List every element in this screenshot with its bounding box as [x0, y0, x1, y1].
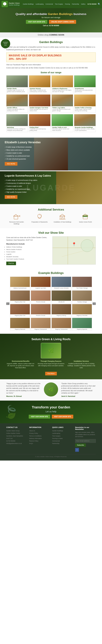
- nav-fencing[interactable]: Fencing: [65, 3, 70, 5]
- show-site-address: Come and visit our show site at the Onli…: [6, 236, 49, 242]
- example-card-14[interactable]: Regency Tortoiseshell: [51, 318, 71, 331]
- product-card-8[interactable]: Workshop Dedicated workshop buildings fo…: [6, 114, 28, 132]
- example-card-13[interactable]: Regency Tortoiseshell: [31, 318, 51, 331]
- product-card-0[interactable]: Garden Sheds A quality range of sheds fo…: [6, 75, 28, 94]
- footer-phone[interactable]: 01730 893090: [6, 440, 15, 442]
- footer-link-3[interactable]: Fencing & Gates: [52, 438, 63, 439]
- phone-number: 01730 893090: [87, 3, 96, 5]
- product-desc-5: Garden garages and car ports in various …: [30, 108, 50, 112]
- nav-commercial[interactable]: Commercial: [46, 3, 53, 5]
- example-card-1[interactable]: Lugarde Log Cabin: [31, 276, 51, 290]
- example-next-btn[interactable]: ›: [92, 302, 96, 305]
- example-card-3[interactable]: Tuin Timber Storage: [72, 276, 92, 290]
- testimonial-divider-img: 🌿: [44, 382, 58, 396]
- example-card-0[interactable]: Waltons Summerhouse: [10, 276, 30, 290]
- sedum-col-0: Environmental Benefits Supports wildlife…: [6, 360, 35, 369]
- footer: CONTACT US Garden Vision Group Online Ga…: [0, 423, 102, 460]
- search-icon[interactable]: 🔍: [98, 3, 100, 5]
- example-grid-wrapper: ‹ Waltons Summerhouse Lugarde Log Cabin …: [6, 276, 96, 330]
- nav-partnership[interactable]: Partnership: [72, 3, 79, 5]
- example-card-4[interactable]: Regency Barn Owl: [10, 290, 30, 303]
- footer-link-1[interactable]: Landscaping: [52, 432, 60, 434]
- product-desc-0: A quality range of sheds for all gardens…: [7, 90, 27, 93]
- manufacturers-list: Waltons Timber Buildings Mercia Garden P…: [6, 246, 49, 260]
- transform-visit-btn[interactable]: VISIT OUR SHOW SITE: [29, 415, 50, 418]
- site-logo[interactable]: Garden Vision Garden Buildings: [2, 1, 20, 7]
- promo-discount: 20% - 50% OFF: [9, 58, 93, 60]
- hero-visit-btn[interactable]: VISIT OUR SHOW SITE: [26, 20, 47, 24]
- service-sedum-label: Sedum Green Roofs: [79, 221, 92, 223]
- product-card-10[interactable]: Garden Trellis & Arch Decorative garden …: [51, 114, 73, 132]
- nav-landscaping[interactable]: Landscaping: [36, 3, 44, 5]
- example-card-9[interactable]: Phoenix Circular: [31, 304, 51, 317]
- footer-email[interactable]: info@gardenvision.co.uk: [6, 443, 22, 444]
- example-card-12[interactable]: Regency Diamond: [10, 318, 30, 331]
- product-card-1[interactable]: Summer Houses Wide range of traditional …: [29, 75, 51, 94]
- testimonial-1-author: Janet A. Hamstead: [61, 395, 96, 398]
- find-us-btn[interactable]: Find Us: [6, 262, 16, 265]
- example-prev-btn[interactable]: ‹: [6, 302, 10, 305]
- come-visit-text: Come and visit our show site at the Onli…: [6, 67, 96, 69]
- example-card-15[interactable]: Regency Aquarela: [72, 318, 92, 331]
- nav-tree[interactable]: Tree Surgery: [55, 3, 63, 5]
- range-title: Some of our range: [6, 71, 96, 74]
- sedum-roof-icon: [81, 213, 90, 220]
- example-card-10[interactable]: Regency Oblong: [51, 304, 71, 317]
- newsletter-submit-btn[interactable]: Subscribe: [75, 444, 86, 447]
- example-buildings-title: Example Buildings: [6, 272, 96, 275]
- sedum-find-more-btn[interactable]: Find More: [45, 372, 57, 376]
- sedum-col-1: Through Changing Seasons Stunning visual…: [37, 360, 65, 369]
- product-card-6[interactable]: Timber Log Cabins Luxury log cabins for …: [51, 94, 73, 112]
- footer-faq[interactable]: FAQ's: [29, 443, 33, 444]
- sedum-grid: Environmental Benefits Supports wildlife…: [6, 360, 96, 369]
- transform-leaf-icon: 🍃: [3, 405, 19, 419]
- lugarde-features: ✓ A wide range of summerhouses & log cab…: [5, 179, 97, 194]
- show-site-inner: Come and visit our show site at the Onli…: [6, 236, 96, 265]
- svg-marker-2: [14, 214, 18, 216]
- svg-point-19: [86, 215, 87, 216]
- hero-buttons: VISIT OUR SHOW SITE ONLINE SHOP COMING S…: [16, 20, 86, 24]
- example-card-11[interactable]: Regency Chinchilla: [72, 304, 92, 317]
- newsletter-input[interactable]: [75, 439, 96, 443]
- product-card-4[interactable]: Garden Offices Purpose built garden offi…: [6, 94, 28, 112]
- sedum-col-0-heading: Environmental Benefits: [6, 360, 35, 362]
- footer-link-2[interactable]: Tree Surgery: [52, 435, 60, 437]
- example-card-7[interactable]: Tuindeco Garage: [72, 290, 92, 303]
- footer-returns[interactable]: Returns Policy: [29, 440, 38, 442]
- hero-shop-btn[interactable]: ONLINE SHOP COMING SOON: [49, 20, 76, 24]
- product-card-3[interactable]: Greenhouses Quality glass and polycarbon…: [74, 75, 96, 94]
- product-grid-2: Workshop Dedicated workshop buildings fo…: [6, 114, 96, 132]
- product-card-5[interactable]: Garden Garages / Car Ports Garden garage…: [29, 94, 51, 112]
- employee-badge: Employee Owned 2021: [1, 39, 10, 48]
- footer-link-0[interactable]: Garden Buildings: [52, 430, 63, 432]
- product-card-11[interactable]: Bespoke Garden Buildings Designed and bu…: [74, 114, 96, 132]
- footer-link-4[interactable]: Commercial: [52, 440, 60, 442]
- transform-shop-btn[interactable]: VISIT OUR SHOW SITE: [52, 415, 73, 418]
- product-card-7[interactable]: Garden Trellis & Fencing A wide range of…: [74, 94, 96, 112]
- example-card-5[interactable]: Phoenix Circular: [31, 290, 51, 303]
- example-card-8[interactable]: Regency Barn Owl: [10, 304, 30, 317]
- footer-privacy[interactable]: Privacy Policy: [29, 432, 38, 434]
- facebook-icon[interactable]: f: [75, 448, 79, 452]
- example-card-6[interactable]: Lillevilla 38: [51, 290, 71, 303]
- product-grid: Garden Sheds A quality range of sheds fo…: [6, 75, 96, 112]
- product-card-2[interactable]: Children's Playhouses Great fun playhous…: [51, 75, 73, 94]
- footer-col-newsletter: Newsletter to our Newsletter Sign up to …: [75, 426, 96, 452]
- lugarde-see-more-btn[interactable]: SEE MORE: [5, 195, 18, 199]
- footer-about[interactable]: About Us: [29, 430, 35, 432]
- coming-soon-text: Online shop COMING SOON: [38, 34, 64, 36]
- product-card-9[interactable]: Potting Shed Traditional and contemporar…: [29, 114, 51, 132]
- product-name-4: Garden Offices: [7, 107, 27, 108]
- transform-subheading: Let us help: [6, 410, 96, 413]
- transform-heading: Transform your Garden: [6, 405, 96, 409]
- nav-garden-buildings[interactable]: Garden Buildings: [23, 3, 34, 5]
- footer-delivery[interactable]: Delivery Information: [29, 438, 42, 439]
- nav-gallery[interactable]: Gallery: [81, 3, 85, 5]
- elizabeth-see-more-btn[interactable]: SEE MORE: [5, 162, 18, 166]
- example-card-2[interactable]: Elizabeth Luxury Veranda: [51, 276, 71, 290]
- product-name-6: Timber Log Cabins: [52, 107, 72, 108]
- product-name-2: Children's Playhouses: [52, 88, 72, 90]
- footer-terms[interactable]: Terms & Conditions: [29, 435, 41, 437]
- footer-link-5[interactable]: Partnership: [52, 443, 59, 444]
- sedum-image: 🌿: [41, 343, 61, 358]
